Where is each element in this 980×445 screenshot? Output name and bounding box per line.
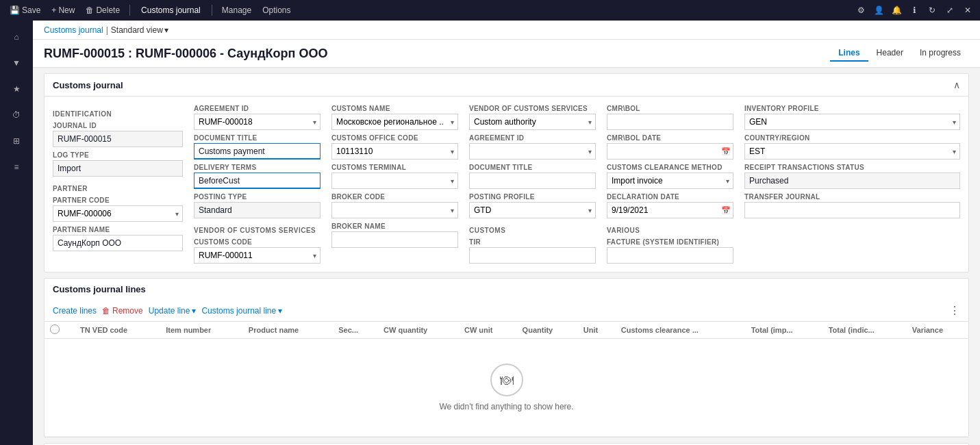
delivery-terms-input[interactable]: BeforeCust — [194, 173, 321, 189]
expand-icon[interactable]: ⤢ — [943, 5, 957, 15]
partner-name-input[interactable]: СаундКорп ООО — [53, 235, 183, 251]
receipt-transactions-label: Receipt transactions status — [744, 164, 960, 171]
agreement-id2-select[interactable] — [469, 143, 596, 160]
grid-nav-icon[interactable]: ⊞ — [5, 130, 27, 152]
tab-header[interactable]: Header — [868, 45, 912, 62]
customs-terminal-select-wrap[interactable] — [331, 173, 458, 189]
manage-button[interactable]: Manage — [218, 4, 255, 16]
posting-profile-select-wrap[interactable]: GTD — [469, 202, 596, 218]
customs-terminal-group: Customs terminal — [331, 164, 458, 189]
partner-code-select-wrap[interactable]: RUMF-000006 — [53, 205, 183, 222]
lines-title: Customs journal lines — [53, 284, 146, 294]
inventory-profile-select[interactable]: GEN — [744, 114, 960, 130]
customs-code-select[interactable]: RUMF-000011 — [194, 247, 321, 264]
customs-name-select-wrap[interactable]: Московское региональное ... — [331, 114, 458, 130]
col-checkbox[interactable] — [45, 322, 75, 339]
settings-icon[interactable]: ⚙ — [854, 5, 868, 15]
tab-lines[interactable]: Lines — [830, 45, 868, 62]
agreement-id-select-wrap[interactable]: RUMF-000018 — [194, 114, 321, 130]
agreement-id-group: Agreement ID RUMF-000018 — [194, 105, 321, 130]
breadcrumb-separator: | — [106, 25, 108, 35]
list-nav-icon[interactable]: ≡ — [5, 156, 27, 178]
customs-office-code-select-wrap[interactable]: 10113110 — [331, 143, 458, 160]
customs-code-select-wrap[interactable]: RUMF-000011 — [194, 247, 321, 264]
col-variance: Variance — [907, 322, 968, 339]
customs-office-code-select[interactable]: 10113110 — [331, 143, 458, 160]
tab-in-progress[interactable]: In progress — [912, 45, 969, 62]
partner-label: PARTNER — [53, 185, 183, 192]
col-quantity: Quantity — [517, 322, 578, 339]
col-tn-ved-code: TN VED code — [75, 322, 160, 339]
breadcrumb-link[interactable]: Customs journal — [44, 25, 103, 35]
options-button[interactable]: Options — [258, 4, 294, 16]
collapse-icon[interactable] — [953, 79, 960, 90]
delete-icon: 🗑 — [86, 5, 94, 15]
vendor-customs-services-select-wrap[interactable]: Custom authority — [469, 114, 596, 130]
customs-clearance-method-select-wrap[interactable]: Import invoice — [607, 173, 733, 189]
col-customs-clearance: Customs clearance ... — [616, 322, 746, 339]
broker-code-select[interactable] — [331, 202, 458, 218]
home-nav-icon[interactable]: ⌂ — [5, 26, 27, 48]
customs-clearance-method-select[interactable]: Import invoice — [607, 173, 733, 189]
broker-code-select-wrap[interactable] — [331, 202, 458, 218]
posting-profile-group: Posting profile GTD — [469, 193, 596, 218]
divider2 — [212, 5, 212, 16]
partner-code-label: Partner code — [53, 196, 183, 204]
document-title2-input[interactable] — [469, 173, 596, 189]
cmr-bol-label: CMR\BOL — [607, 105, 733, 112]
save-icon: 💾 — [10, 5, 20, 15]
lines-toolbar: Create lines 🗑 Remove Update line ▾ Cust… — [45, 300, 968, 322]
col-product-name: Product name — [243, 322, 333, 339]
declaration-date-input[interactable] — [607, 202, 733, 218]
cmr-bol-input[interactable] — [607, 114, 733, 130]
partner-code-select[interactable]: RUMF-000006 — [53, 205, 183, 222]
declaration-date-label: Declaration date — [607, 193, 733, 201]
top-bar-right: ⚙ 👤 🔔 ℹ ↻ ⤢ ✕ — [854, 5, 975, 15]
cmr-bol-date-field[interactable] — [607, 143, 733, 160]
tir-input[interactable] — [469, 247, 596, 264]
new-button[interactable]: + New — [47, 4, 79, 16]
save-button[interactable]: 💾 Save — [5, 4, 45, 16]
facture-input[interactable] — [607, 247, 733, 264]
filter-nav-icon[interactable]: ▼ — [5, 52, 27, 74]
posting-profile-select[interactable]: GTD — [469, 202, 596, 218]
customs-name-select[interactable]: Московское региональное ... — [331, 114, 458, 130]
refresh-icon[interactable]: ↻ — [925, 5, 939, 15]
remove-button[interactable]: 🗑 Remove — [102, 306, 143, 316]
identification-label: IDENTIFICATION — [53, 110, 183, 118]
empty-state-icon: 🍽 — [490, 364, 523, 396]
more-options[interactable]: ⋮ — [949, 304, 960, 317]
agreement-id2-select-wrap[interactable] — [469, 143, 596, 160]
journal-id-label: Journal ID — [53, 122, 183, 129]
country-region-select-wrap[interactable]: EST — [744, 143, 960, 160]
vendor-customs-services-select[interactable]: Custom authority — [469, 114, 596, 130]
journal-id-value: RUMF-000015 — [53, 131, 183, 147]
update-line-button[interactable]: Update line ▾ — [149, 306, 197, 316]
close-icon[interactable]: ✕ — [961, 5, 975, 15]
agreement-id-select[interactable]: RUMF-000018 — [194, 114, 321, 130]
breadcrumb-view[interactable]: Standard view ▾ — [111, 25, 168, 35]
user-icon[interactable]: 👤 — [872, 5, 885, 15]
transfer-journal-input[interactable] — [744, 202, 960, 218]
inventory-profile-select-wrap[interactable]: GEN — [744, 114, 960, 130]
delete-button[interactable]: 🗑 Delete — [81, 4, 124, 16]
declaration-date-field[interactable] — [607, 202, 733, 218]
document-title-input[interactable]: Customs payment — [194, 143, 321, 160]
document-title-label: Document title — [194, 134, 321, 142]
inventory-profile-label: Inventory profile — [744, 105, 960, 112]
customs-code-label: Customs code — [194, 238, 321, 246]
cmr-bol-date-label: CMR\BOL date — [607, 134, 733, 142]
customs-terminal-select[interactable] — [331, 173, 458, 189]
notification-icon[interactable]: 🔔 — [890, 5, 903, 15]
customs-journal-card-header[interactable]: Customs journal — [45, 74, 968, 97]
clock-nav-icon[interactable]: ⏱ — [5, 104, 27, 126]
customs-journal-line-button[interactable]: Customs journal line ▾ — [201, 306, 282, 316]
broker-name-input[interactable] — [331, 231, 458, 248]
cmr-bol-date-input[interactable] — [607, 143, 733, 160]
cmr-bol-date-group: CMR\BOL date — [607, 134, 733, 160]
country-region-group: Country/region EST — [744, 134, 960, 160]
country-region-select[interactable]: EST — [744, 143, 960, 160]
info-icon[interactable]: ℹ — [907, 5, 921, 15]
create-lines-button[interactable]: Create lines — [53, 306, 97, 316]
star-nav-icon[interactable]: ★ — [5, 78, 27, 100]
